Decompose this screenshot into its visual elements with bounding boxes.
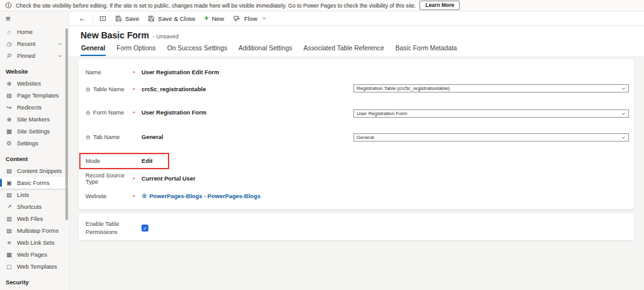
form-name-select[interactable]: User Registration Form [353,109,629,118]
sidebar: ≡ ⌂ Home ◷ Recent ⚲ Pinned Website ⊕ Web… [0,11,69,290]
enable-table-permissions-checkbox[interactable]: ✓ [142,225,148,231]
chevron-down-icon [621,135,626,140]
required-asterisk: * [133,68,142,76]
sidebar-item-page-templates[interactable]: ▤ Page Templates [0,89,69,101]
tab-bar: General Form Options On Success Settings… [80,45,644,56]
popout-icon [99,15,106,22]
field-row-mode: Mode Edit [86,157,153,165]
lock-icon [86,135,91,140]
sidebar-item-web-files[interactable]: ▥ Web Files [0,213,69,225]
sidebar-item-web-pages[interactable]: ▦ Web Pages [0,248,69,260]
mode-value[interactable]: Edit [142,158,153,164]
banner-message: Check the site visibility before editing… [16,3,416,9]
record-source-type-value[interactable]: Current Portal User [142,176,196,182]
tab-associated-table-reference[interactable]: Associated Table Reference [303,45,385,56]
back-arrow-icon: ← [79,14,86,23]
table-permissions-card: Enable Table Permissions ✓ [79,213,634,240]
multistep-form-icon: ▤ [6,227,13,234]
clock-icon: ◷ [6,40,13,47]
redirect-arrow-icon: ↪ [6,104,13,111]
sidebar-item-lists[interactable]: ▤ Lists [0,189,69,201]
new-label: New [212,15,225,22]
save-and-close-button[interactable]: Save & Close [143,11,199,25]
sidebar-item-content-snippets[interactable]: ▤ Content Snippets [0,165,69,177]
sidebar-item-label: Pinned [17,53,35,59]
flow-icon [233,15,241,22]
tab-name-select-value: General [357,135,374,140]
gear-icon: ⚙ [6,140,13,147]
tab-on-success-settings[interactable]: On Success Settings [167,45,228,56]
field-row-name: Name * User Registration Edit Form [86,68,219,76]
chevron-down-icon [262,16,267,21]
sidebar-item-label: Web Pages [17,252,47,258]
tab-name-select[interactable]: General [353,133,629,142]
chevron-down-icon [57,53,62,59]
form-name-value[interactable]: User Registration Form [142,109,206,116]
sidebar-item-label: Recent [17,41,35,47]
tab-general[interactable]: General [80,45,106,56]
site-visibility-banner: Check the site visibility before editing… [0,0,644,11]
document-icon: ▤ [6,92,13,99]
website-link[interactable]: ⊕ PowerPages-Blogs - PowerPages-Blogs [142,192,260,199]
sidebar-item-label: Page Templates [17,92,59,99]
table-name-select[interactable]: Registration Table (crc5c_registrationta… [353,84,629,92]
globe-icon: ⊕ [6,80,13,87]
command-bar: ← Save Save & Close + New Flow [69,11,644,26]
required-asterisk: * [133,174,142,182]
sidebar-item-site-markers[interactable]: ⊕ Site Markers [0,113,69,125]
chevron-down-icon [621,111,626,116]
sidebar-item-shortcuts[interactable]: ↗ Shortcuts [0,201,69,213]
sidebar-item-websites[interactable]: ⊕ Websites [0,77,69,89]
list-icon: ▤ [6,191,13,198]
required-asterisk: * [133,108,142,116]
sidebar-item-redirects[interactable]: ↪ Redirects [0,101,69,113]
save-icon [115,15,122,22]
sidebar-item-label: Web Files [17,216,43,222]
sidebar-item-label: Settings [17,140,38,147]
new-button[interactable]: + New [200,11,229,25]
hamburger-menu-icon[interactable]: ≡ [0,11,69,26]
website-link-text: PowerPages-Blogs - PowerPages-Blogs [149,193,260,199]
sidebar-section-website: Website [0,62,69,77]
sidebar-item-web-templates[interactable]: ▢ Web Templates [0,260,69,272]
pin-icon: ⚲ [4,51,14,61]
page-header: New Basic Form - Unsaved General Form Op… [69,26,644,56]
field-row-record-source-type: Record Source Type * Current Portal User [86,174,196,182]
template-icon: ▢ [6,263,13,270]
website-label: Website [86,193,133,199]
save-button[interactable]: Save [111,11,143,25]
sidebar-item-home[interactable]: ⌂ Home [0,26,69,38]
flow-button[interactable]: Flow [228,11,271,25]
sidebar-section-security: Security [0,272,69,288]
link-set-icon: ≡ [6,239,13,246]
back-button[interactable]: ← [74,11,91,25]
sidebar-item-multistep-forms[interactable]: ▤ Multistep Forms [0,225,69,237]
table-name-value[interactable]: crc5c_registrationtable [142,86,206,92]
plus-icon: + [204,15,209,22]
sidebar-item-basic-forms[interactable]: ▣ Basic Forms [0,177,69,189]
tab-basic-form-metadata[interactable]: Basic Form Metadata [395,45,458,56]
tab-additional-settings[interactable]: Additional Settings [238,45,292,56]
sidebar-item-pinned[interactable]: ⚲ Pinned [0,50,69,62]
tab-form-options[interactable]: Form Options [116,45,156,56]
general-fields-card: Name * User Registration Edit Form Table… [79,59,634,209]
popout-button[interactable] [95,11,111,25]
tab-name-value[interactable]: General [142,134,164,140]
sidebar-item-label: Site Settings [17,128,50,135]
name-value[interactable]: User Registration Edit Form [142,69,219,75]
sidebar-item-label: Lists [17,192,29,198]
sidebar-scrollbar[interactable] [65,28,68,220]
lock-icon [86,87,91,92]
sidebar-section-content: Content [0,149,69,165]
field-row-tab-name: Tab Name General [86,133,164,141]
tab-name-label: Tab Name [86,134,133,140]
sidebar-item-site-settings[interactable]: ▦ Site Settings [0,125,69,137]
sidebar-item-web-link-sets[interactable]: ≡ Web Link Sets [0,237,69,248]
enable-table-permissions-label: Enable Table Permissions [86,220,131,237]
learn-more-button[interactable]: Learn More [419,1,460,10]
form-name-select-value: User Registration Form [357,111,408,116]
lock-icon [86,110,91,115]
sidebar-item-settings[interactable]: ⚙ Settings [0,137,69,149]
form-name-label: Form Name [86,109,133,116]
sidebar-item-recent[interactable]: ◷ Recent [0,38,69,50]
